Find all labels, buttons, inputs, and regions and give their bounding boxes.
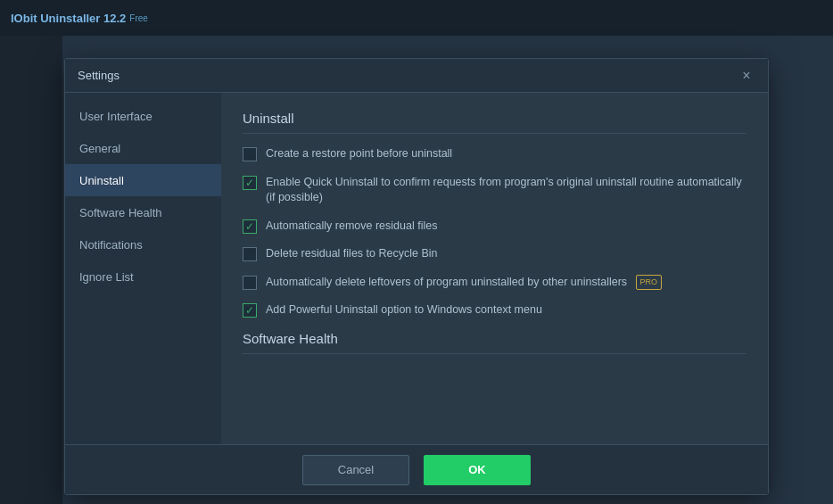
settings-nav: User Interface General Uninstall Softwar… [65, 93, 221, 444]
label-restore-point: Create a restore point before uninstall [266, 146, 452, 162]
option-quick-uninstall: ✓ Enable Quick Uninstall to confirm requ… [243, 175, 746, 206]
checkmark-remove-residual: ✓ [245, 221, 254, 232]
nav-item-user-interface[interactable]: User Interface [65, 100, 221, 132]
label-remove-residual: Automatically remove residual files [266, 219, 437, 235]
app-title: IObit Uninstaller 12.2 [11, 12, 126, 25]
settings-dialog: Settings × User Interface General Uninst… [64, 58, 769, 495]
nav-item-notifications[interactable]: Notifications [65, 228, 221, 260]
label-delete-recycle: Delete residual files to Recycle Bin [266, 246, 437, 262]
checkbox-delete-recycle[interactable] [243, 247, 257, 261]
checkbox-remove-residual[interactable]: ✓ [243, 219, 257, 234]
uninstall-section-title: Uninstall [243, 111, 746, 134]
nav-item-uninstall[interactable]: Uninstall [65, 164, 221, 196]
app-sidebar [0, 36, 62, 504]
pro-badge: PRO [636, 275, 663, 290]
dialog-titlebar: Settings × [65, 59, 768, 93]
close-button[interactable]: × [738, 67, 755, 85]
dialog-body: User Interface General Uninstall Softwar… [65, 93, 768, 444]
label-context-menu: Add Powerful Uninstall option to Windows… [266, 302, 542, 318]
option-delete-leftovers: Automatically delete leftovers of progra… [243, 275, 746, 291]
option-context-menu: ✓ Add Powerful Uninstall option to Windo… [243, 302, 746, 318]
checkmark-context-menu: ✓ [245, 305, 254, 316]
ok-button[interactable]: OK [424, 455, 531, 485]
app-subtitle: Free [129, 13, 148, 23]
checkbox-delete-leftovers[interactable] [243, 276, 257, 290]
nav-item-ignore-list[interactable]: Ignore List [65, 260, 221, 293]
checkbox-quick-uninstall[interactable]: ✓ [243, 176, 257, 190]
nav-item-software-health[interactable]: Software Health [65, 196, 221, 228]
cancel-button[interactable]: Cancel [302, 455, 409, 485]
checkmark-quick-uninstall: ✓ [245, 178, 254, 188]
checkbox-restore-point[interactable] [243, 147, 257, 161]
dialog-footer: Cancel OK [65, 444, 768, 494]
settings-content: Uninstall Create a restore point before … [221, 93, 768, 444]
option-restore-point: Create a restore point before uninstall [243, 146, 746, 162]
label-quick-uninstall: Enable Quick Uninstall to confirm reques… [266, 175, 746, 206]
label-delete-leftovers: Automatically delete leftovers of progra… [266, 275, 662, 291]
app-titlebar: IObit Uninstaller 12.2 Free [0, 0, 833, 36]
software-health-section-title: Software Health [243, 331, 746, 354]
checkbox-context-menu[interactable]: ✓ [243, 303, 257, 318]
nav-item-general[interactable]: General [65, 132, 221, 164]
option-remove-residual: ✓ Automatically remove residual files [243, 219, 746, 235]
dialog-title: Settings [78, 69, 738, 82]
option-delete-recycle: Delete residual files to Recycle Bin [243, 246, 746, 262]
